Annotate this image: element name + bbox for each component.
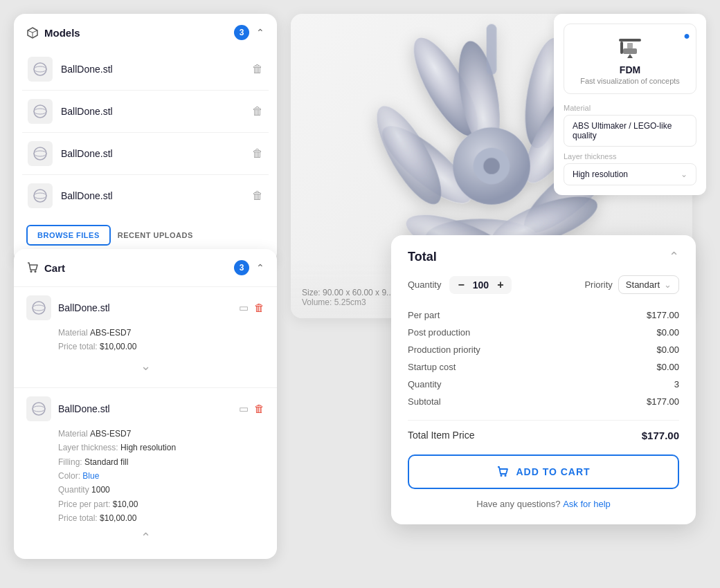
svg-point-32 [30, 270, 33, 273]
recent-uploads-button[interactable]: RECENT UPLOADS [118, 231, 193, 239]
total-panel: Total ⌃ Quantity − 100 + Priority Standa… [391, 235, 696, 524]
svg-rect-17 [623, 48, 637, 54]
models-header: Models 3 ⌃ [14, 14, 277, 48]
cart-badge: 3 [234, 260, 249, 275]
cart-item-thumb [26, 295, 51, 320]
svg-point-39 [505, 475, 507, 477]
priority-dropdown[interactable]: Standart ⌄ [618, 275, 679, 294]
add-to-cart-button[interactable]: ADD TO CART [408, 454, 679, 489]
models-badge: 3 [234, 25, 249, 40]
svg-rect-13 [487, 24, 497, 75]
svg-point-25 [34, 66, 46, 72]
layer-label: Layer thickness [564, 152, 696, 160]
delete-cart-item-icon[interactable]: 🗑 [254, 302, 264, 314]
priority-label: Priority [584, 279, 612, 290]
browse-files-button[interactable]: BROWSE FILES [26, 225, 111, 246]
price-row: Subtotal $177.00 [408, 393, 679, 410]
svg-point-24 [34, 63, 46, 75]
delete-cart-item-icon[interactable]: 🗑 [254, 403, 264, 415]
check-icon: ● [683, 30, 690, 42]
svg-line-23 [33, 30, 37, 33]
svg-point-38 [501, 475, 503, 477]
svg-line-22 [28, 30, 33, 33]
svg-rect-16 [620, 42, 623, 54]
total-item-label: Total Item Price [408, 430, 474, 441]
models-icon [26, 26, 39, 39]
model-item: BallDone.stl 🗑 [22, 133, 269, 175]
cart-collapse-icon[interactable]: ⌃ [256, 262, 264, 273]
svg-point-28 [34, 147, 46, 160]
svg-point-30 [34, 190, 46, 202]
quantity-value: 100 [473, 279, 489, 291]
svg-point-12 [483, 158, 499, 174]
svg-point-27 [34, 109, 46, 114]
cart-item-name: BallDone.stl [58, 403, 110, 414]
svg-point-29 [34, 151, 46, 156]
svg-rect-15 [619, 39, 641, 42]
svg-marker-19 [627, 54, 633, 58]
model-name: BallDone.stl [61, 106, 113, 117]
cart-panel: Cart 3 ⌃ BallDone.stl ▭ 🗑 [14, 249, 277, 559]
cart-item: BallDone.stl ▭ 🗑 Material ABS-ESD7 Layer… [14, 387, 277, 559]
dropdown-chevron: ⌄ [681, 169, 687, 179]
copy-cart-item-icon[interactable]: ▭ [239, 302, 249, 314]
process-card[interactable]: ● FDM Fast visualization of concepts [564, 24, 696, 94]
total-title: Total [408, 250, 437, 264]
copy-cart-item-icon[interactable]: ▭ [239, 403, 249, 415]
quantity-increase-button[interactable]: + [496, 279, 505, 291]
cart-button-icon [496, 466, 509, 478]
model-thumb [28, 183, 53, 208]
quantity-decrease-button[interactable]: − [456, 279, 465, 291]
total-item-value: $177.00 [642, 430, 679, 441]
cart-header: Cart 3 ⌃ [14, 249, 277, 286]
svg-point-31 [34, 193, 46, 199]
svg-point-33 [35, 270, 37, 273]
model-thumb [28, 141, 53, 166]
models-list: BallDone.stl 🗑 BallDone.stl 🗑 [14, 48, 277, 217]
total-item-row: Total Item Price $177.00 [408, 426, 679, 445]
priority-chevron-icon: ⌄ [664, 279, 672, 290]
delete-model-icon[interactable]: 🗑 [252, 105, 263, 118]
collapse-cart-item-icon[interactable]: ⌃ [26, 526, 264, 549]
model-item: BallDone.stl 🗑 [22, 175, 269, 217]
process-desc: Fast visualization of concepts [580, 77, 680, 85]
material-label: Material [564, 104, 696, 112]
model-name: BallDone.stl [61, 190, 113, 201]
svg-point-37 [33, 406, 45, 412]
price-rows: Per part $177.00 Post production $0.00 P… [408, 306, 679, 410]
cart-item-thumb [26, 396, 51, 421]
cart-item: BallDone.stl ▭ 🗑 Material ABS-ESD7 Price… [14, 286, 277, 387]
model-thumb [28, 57, 53, 82]
delete-model-icon[interactable]: 🗑 [252, 63, 263, 75]
material-dropdown[interactable]: ABS Ultimaker / LEGO-like quality [564, 115, 696, 147]
cart-item-name: BallDone.stl [58, 302, 110, 313]
svg-rect-18 [627, 43, 633, 48]
model-thumb [28, 99, 53, 124]
price-row: Per part $177.00 [408, 306, 679, 324]
expand-cart-item-icon[interactable]: ⌄ [26, 354, 264, 378]
cart-icon [26, 261, 39, 274]
models-panel: Models 3 ⌃ BallDone.stl 🗑 [14, 14, 277, 264]
model-name: BallDone.stl [61, 64, 113, 75]
quantity-label: Quantity [408, 279, 441, 290]
config-panel: ● FDM Fast visualization of concepts Mat… [554, 14, 706, 195]
model-item: BallDone.stl 🗑 [22, 91, 269, 133]
svg-point-35 [33, 305, 45, 311]
total-collapse-icon[interactable]: ⌃ [669, 249, 679, 264]
svg-point-34 [33, 302, 45, 314]
models-collapse-icon[interactable]: ⌃ [256, 27, 264, 38]
svg-point-36 [33, 403, 45, 415]
delete-model-icon[interactable]: 🗑 [252, 190, 263, 202]
price-row: Startup cost $0.00 [408, 358, 679, 376]
price-row: Quantity 3 [408, 376, 679, 393]
model-name: BallDone.stl [61, 148, 113, 159]
questions-row: Have any questions? Ask for help [408, 499, 679, 509]
layer-dropdown[interactable]: High resolution ⌄ [564, 163, 696, 185]
price-row: Production priority $0.00 [408, 341, 679, 358]
fdm-icon [613, 33, 647, 60]
process-name: FDM [620, 64, 640, 75]
ask-help-link[interactable]: Ask for help [563, 499, 611, 509]
price-row: Post production $0.00 [408, 324, 679, 341]
delete-model-icon[interactable]: 🗑 [252, 147, 263, 160]
svg-point-26 [34, 105, 46, 118]
